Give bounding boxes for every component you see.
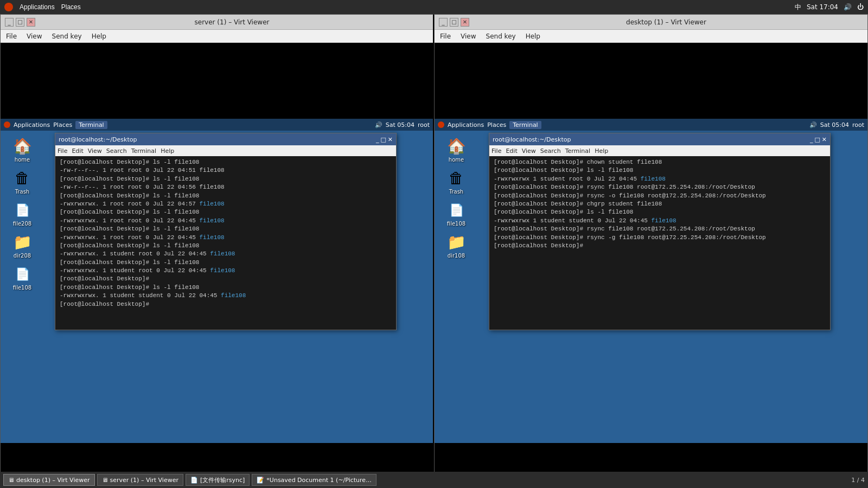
left-terminal-titlebar: root@localhost:~/Desktop _ □ ✕	[55, 133, 396, 145]
left-menu-view[interactable]: View	[24, 31, 44, 41]
left-vm-screen	[1, 43, 433, 119]
left-icon-file108[interactable]: 📄 file108	[6, 264, 39, 291]
right-terminal-menubar: File Edit View Search Terminal Help	[489, 145, 830, 156]
system-bar-right: 中 Sat 17:04 🔊 ⏻	[795, 3, 864, 12]
right-term-line-1: [root@localhost Desktop]# chown student …	[494, 158, 826, 166]
right-virt-panel: _ □ ✕ desktop (1) – Virt Viewer File Vie…	[434, 14, 868, 488]
right-inner-bar: Applications Places Terminal 🔊 Sat 05:04…	[435, 119, 867, 131]
right-term-line-6: [root@localhost Desktop]# chgrp student …	[494, 200, 826, 208]
left-term-line-5: [root@localhost Desktop]# ls -l file108	[60, 192, 392, 200]
left-term-close[interactable]: ✕	[388, 136, 393, 143]
left-term-menu-view[interactable]: View	[88, 147, 102, 155]
left-inner-places[interactable]: Places	[53, 121, 72, 129]
os-taskbar-label-rsync: [文件传输rsync]	[200, 476, 245, 484]
left-titlebar: _ □ ✕ server (1) – Virt Viewer	[1, 15, 433, 30]
left-term-menu-help[interactable]: Help	[161, 147, 174, 155]
os-taskbar-item-server[interactable]: 🖥 server (1) – Virt Viewer	[97, 474, 183, 486]
left-close-btn[interactable]: ✕	[27, 18, 35, 27]
gnome-icon	[4, 3, 13, 11]
left-menu-sendkey[interactable]: Send key	[50, 31, 84, 41]
left-term-line-8: -rwxrwxrwx. 1 root root 0 Jul 22 04:45 f…	[60, 217, 392, 225]
right-term-menu-file[interactable]: File	[492, 147, 501, 155]
left-icon-dir208[interactable]: 📁 dir208	[6, 232, 39, 259]
left-bottom-black	[1, 443, 433, 476]
right-close-btn[interactable]: ✕	[461, 18, 469, 27]
left-term-line-7: [root@localhost Desktop]# ls -l file108	[60, 208, 392, 216]
right-terminal-titlebar: root@localhost:~/Desktop _ □ ✕	[489, 133, 830, 145]
system-bar: Applications Places 中 Sat 17:04 🔊 ⏻	[0, 0, 868, 14]
left-menu-file[interactable]: File	[4, 31, 19, 41]
left-term-line-2: -rw-r--r--. 1 root root 0 Jul 22 04:51 f…	[60, 166, 392, 175]
places-menu[interactable]: Places	[59, 2, 83, 12]
os-taskbar-item-rsync[interactable]: 📄 [文件传输rsync]	[186, 474, 250, 486]
applications-menu[interactable]: Applications	[17, 2, 57, 12]
left-terminal-body[interactable]: [root@localhost Desktop]# ls -l file108 …	[55, 156, 396, 330]
right-virt-title: desktop (1) – Virt Viewer	[469, 18, 863, 26]
right-virt-menubar: File View Send key Help	[435, 30, 867, 43]
left-term-line-13: [root@localhost Desktop]# ls -l file108	[60, 259, 392, 267]
system-bar-left: Applications Places	[4, 2, 83, 12]
left-minimize-btn[interactable]: _	[5, 18, 14, 27]
right-inner-terminal[interactable]: Terminal	[509, 121, 541, 129]
right-icon-file108[interactable]: 📄 file108	[440, 200, 473, 227]
right-icon-trash[interactable]: 🗑 Trash	[440, 168, 473, 195]
right-menu-sendkey[interactable]: Send key	[484, 31, 518, 41]
left-inner-apps[interactable]: Applications	[14, 121, 50, 129]
right-maximize-btn[interactable]: □	[450, 18, 458, 27]
left-inner-user: root	[418, 121, 430, 129]
right-vm-screen	[435, 43, 867, 119]
left-term-line-9: [root@localhost Desktop]# ls -l file108	[60, 225, 392, 233]
left-term-line-17: -rwxrwxrwx. 1 student student 0 Jul 22 0…	[60, 292, 392, 300]
left-term-min[interactable]: _	[376, 136, 379, 143]
left-inner-time: Sat 05:04	[386, 121, 414, 129]
left-virt-menubar: File View Send key Help	[1, 30, 433, 43]
right-inner-time: Sat 05:04	[820, 121, 849, 129]
right-inner-bar-left: Applications Places Terminal	[438, 121, 541, 129]
left-menu-help[interactable]: Help	[90, 31, 108, 41]
right-terminal-body[interactable]: [root@localhost Desktop]# chown student …	[489, 156, 830, 330]
left-maximize-btn[interactable]: □	[16, 18, 24, 27]
right-menu-view[interactable]: View	[458, 31, 478, 41]
os-taskbar: 🖥 desktop (1) – Virt Viewer 🖥 server (1)…	[0, 472, 868, 488]
power-icon[interactable]: ⏻	[857, 3, 864, 11]
left-term-menu-edit[interactable]: Edit	[72, 147, 83, 155]
right-inner-user: root	[852, 121, 864, 129]
right-term-line-11: [root@localhost Desktop]#	[494, 242, 826, 250]
right-bottom-black	[435, 443, 867, 476]
right-term-menu-terminal[interactable]: Terminal	[565, 147, 591, 155]
right-term-min[interactable]: _	[810, 136, 813, 143]
right-inner-apps[interactable]: Applications	[448, 121, 484, 129]
right-menu-file[interactable]: File	[438, 31, 453, 41]
right-terminal-controls: _ □ ✕	[810, 136, 827, 143]
os-taskbar-item-desktop[interactable]: 🖥 desktop (1) – Virt Viewer	[3, 474, 95, 486]
left-term-menu-search[interactable]: Search	[106, 147, 127, 155]
right-inner-places[interactable]: Places	[487, 121, 506, 129]
os-taskbar-label-document: *Unsaved Document 1 (~/Picture...	[266, 477, 371, 484]
right-term-max[interactable]: □	[814, 136, 820, 143]
left-desktop-icons: 🏠 home 🗑 Trash 📄 file208 📁 dir208 📄	[6, 136, 39, 291]
right-win-controls: _ □ ✕	[439, 18, 469, 27]
right-icon-home[interactable]: 🏠 home	[440, 136, 473, 163]
left-term-menu-terminal[interactable]: Terminal	[131, 147, 157, 155]
left-virt-title: server (1) – Virt Viewer	[35, 18, 429, 26]
left-term-max[interactable]: □	[380, 136, 386, 143]
left-term-line-15: [root@localhost Desktop]#	[60, 275, 392, 283]
left-icon-file208[interactable]: 📄 file208	[6, 200, 39, 227]
right-term-line-3: -rwxrwxrwx 1 student root 0 Jul 22 04:45…	[494, 175, 826, 183]
left-term-line-10: -rwxrwxrwx. 1 root root 0 Jul 22 04:45 f…	[60, 234, 392, 242]
volume-icon[interactable]: 🔊	[844, 3, 852, 11]
right-minimize-btn[interactable]: _	[439, 18, 448, 27]
right-term-menu-help[interactable]: Help	[595, 147, 608, 155]
right-icon-dir108[interactable]: 📁 dir108	[440, 232, 473, 259]
right-menu-help[interactable]: Help	[524, 31, 542, 41]
right-term-menu-search[interactable]: Search	[540, 147, 561, 155]
left-icon-trash[interactable]: 🗑 Trash	[6, 168, 39, 195]
os-taskbar-item-document[interactable]: 📝 *Unsaved Document 1 (~/Picture...	[252, 474, 376, 486]
right-term-menu-edit[interactable]: Edit	[506, 147, 517, 155]
left-icon-home[interactable]: 🏠 home	[6, 136, 39, 163]
left-term-menu-file[interactable]: File	[58, 147, 67, 155]
left-inner-terminal[interactable]: Terminal	[75, 121, 107, 129]
right-term-close[interactable]: ✕	[822, 136, 827, 143]
right-term-menu-view[interactable]: View	[522, 147, 536, 155]
right-term-line-7: [root@localhost Desktop]# ls -l file108	[494, 208, 826, 216]
